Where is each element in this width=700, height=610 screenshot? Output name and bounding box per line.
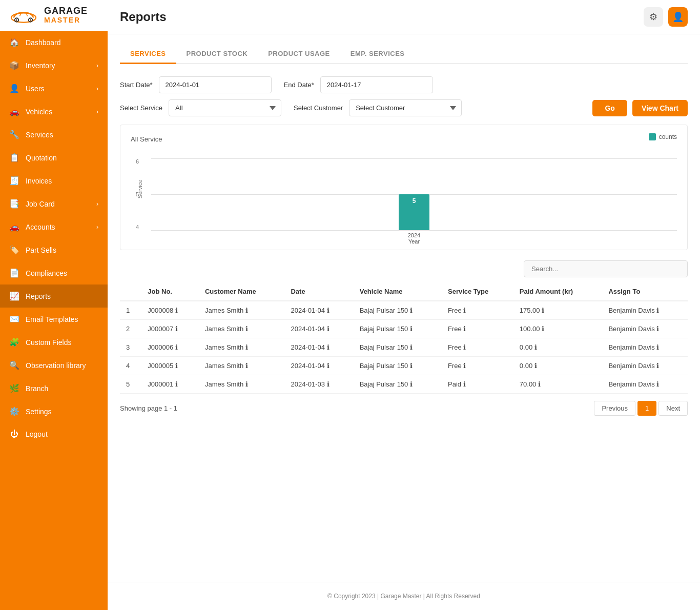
chart-container: Service 6 5 4 5 xyxy=(131,148,677,230)
filter-row-1: Start Date* End Date* xyxy=(120,76,688,93)
user-button[interactable]: 👤 xyxy=(668,7,688,27)
pagination-info: Showing page 1 - 1 xyxy=(120,404,177,412)
row-num: 4 xyxy=(120,357,141,375)
observationlibrary-label: Observation library xyxy=(26,361,98,370)
date: 2024-01-04 ℹ xyxy=(284,301,353,320)
col-header-vehicle-name: Vehicle Name xyxy=(354,282,442,301)
sidebar-item-branch[interactable]: 🌿 Branch xyxy=(0,377,108,400)
partsells-label: Part Sells xyxy=(26,246,98,254)
paid-amount: 70.00 ℹ xyxy=(513,375,603,394)
services-label: Services xyxy=(26,131,98,139)
y-labels: 6 5 4 xyxy=(136,158,139,230)
prev-button[interactable]: Previous xyxy=(594,401,635,416)
date: 2024-01-03 ℹ xyxy=(284,375,353,394)
branch-label: Branch xyxy=(26,384,98,393)
nav-items: 🏠 Dashboard 📦 Inventory › 👤 Users › 🚗 Ve… xyxy=(0,31,108,445)
settings-icon: ⚙️ xyxy=(9,406,19,416)
service-select[interactable]: All xyxy=(169,99,281,116)
go-button[interactable]: Go xyxy=(592,100,627,116)
accounts-label: Accounts xyxy=(26,223,90,231)
view-chart-button[interactable]: View Chart xyxy=(632,100,688,116)
sidebar-item-quotation[interactable]: 📋 Quotation xyxy=(0,146,108,169)
sidebar-item-observationlibrary[interactable]: 🔍 Observation library xyxy=(0,354,108,377)
quotation-label: Quotation xyxy=(26,154,98,162)
customer-select[interactable]: Select Customer xyxy=(349,99,462,116)
vehicle-name: Bajaj Pulsar 150 ℹ xyxy=(354,357,442,375)
chart-legend: counts xyxy=(649,133,677,140)
job-no: J000007 ℹ xyxy=(141,320,199,338)
jobcard-icon: 📑 xyxy=(9,199,19,209)
sidebar-item-compliances[interactable]: 📄 Compliances xyxy=(0,261,108,284)
sidebar-item-vehicles[interactable]: 🚗 Vehicles › xyxy=(0,100,108,123)
job-no: J000008 ℹ xyxy=(141,301,199,320)
table-row: 5J000001 ℹJames Smith ℹ2024-01-03 ℹBajaj… xyxy=(120,375,688,394)
tab-services[interactable]: SERVICES xyxy=(120,45,176,64)
accounts-icon: 🚗 xyxy=(9,222,19,232)
paid-amount: 0.00 ℹ xyxy=(513,338,603,357)
sidebar-item-services[interactable]: 🔧 Services xyxy=(0,123,108,146)
dashboard-icon: 🏠 xyxy=(9,37,19,47)
tabs-bar: SERVICESPRODUCT STOCKPRODUCT USAGEEMP. S… xyxy=(120,45,688,64)
sidebar-item-logout[interactable]: ⏻ Logout xyxy=(0,423,108,445)
y-label-5: 5 xyxy=(136,191,139,197)
invoices-icon: 🧾 xyxy=(9,176,19,186)
jobcard-label: Job Card xyxy=(26,200,90,208)
logo-icon xyxy=(8,6,39,25)
bar-2024: 5 xyxy=(399,194,429,230)
legend-color-box xyxy=(649,133,656,140)
users-label: Users xyxy=(26,85,90,93)
search-row xyxy=(120,260,688,277)
col-header-paid-amount-(kr): Paid Amount (kr) xyxy=(513,282,603,301)
sidebar-item-dashboard[interactable]: 🏠 Dashboard xyxy=(0,31,108,54)
customfields-label: Custom Fields xyxy=(26,338,98,347)
customer-name: James Smith ℹ xyxy=(199,338,284,357)
page-title: Reports xyxy=(120,10,167,24)
footer: © Copyright 2023 | Garage Master | All R… xyxy=(108,582,700,610)
customer-group: Select Customer Select Customer xyxy=(294,99,462,116)
col-header-date: Date xyxy=(284,282,353,301)
job-no: J000005 ℹ xyxy=(141,357,199,375)
sidebar-item-partsells[interactable]: 🏷️ Part Sells xyxy=(0,238,108,261)
page-1-button[interactable]: 1 xyxy=(637,401,656,416)
grid-line-bot xyxy=(151,230,677,231)
sidebar-item-invoices[interactable]: 🧾 Invoices xyxy=(0,169,108,192)
sidebar-item-inventory[interactable]: 📦 Inventory › xyxy=(0,54,108,77)
inventory-icon: 📦 xyxy=(9,60,19,70)
table-row: 1J000008 ℹJames Smith ℹ2024-01-04 ℹBajaj… xyxy=(120,301,688,320)
branch-icon: 🌿 xyxy=(9,383,19,393)
col-header-job-no.: Job No. xyxy=(141,282,199,301)
bar-value-2024: 5 xyxy=(413,197,416,205)
tab-productusage[interactable]: PRODUCT USAGE xyxy=(258,45,340,64)
search-input[interactable] xyxy=(524,260,688,277)
service-type: Free ℹ xyxy=(442,301,513,320)
partsells-icon: 🏷️ xyxy=(9,245,19,255)
date: 2024-01-04 ℹ xyxy=(284,320,353,338)
sidebar-item-jobcard[interactable]: 📑 Job Card › xyxy=(0,192,108,215)
sidebar-item-users[interactable]: 👤 Users › xyxy=(0,77,108,100)
sidebar-item-customfields[interactable]: 🧩 Custom Fields xyxy=(0,331,108,354)
chart-title: All Service xyxy=(131,135,677,143)
sidebar-item-settings[interactable]: ⚙️ Settings xyxy=(0,400,108,423)
settings-label: Settings xyxy=(26,408,98,416)
row-num: 1 xyxy=(120,301,141,320)
sidebar-item-emailtemplates[interactable]: ✉️ Email Templates xyxy=(0,308,108,331)
next-button[interactable]: Next xyxy=(658,401,688,416)
chart-area: All Service counts Service 6 5 4 xyxy=(120,125,688,250)
reports-label: Reports xyxy=(26,292,98,300)
tab-empservices[interactable]: EMP. SERVICES xyxy=(340,45,415,64)
gear-button[interactable]: ⚙ xyxy=(644,7,663,27)
compliances-icon: 📄 xyxy=(9,268,19,278)
main-content: Reports ⚙ 👤 SERVICESPRODUCT STOCKPRODUCT… xyxy=(108,0,700,610)
tab-productstock[interactable]: PRODUCT STOCK xyxy=(176,45,258,64)
start-date-input[interactable] xyxy=(159,76,272,93)
assign-to: Benjamin Davis ℹ xyxy=(602,320,688,338)
paid-amount: 0.00 ℹ xyxy=(513,357,603,375)
assign-to: Benjamin Davis ℹ xyxy=(602,338,688,357)
content-area: SERVICESPRODUCT STOCKPRODUCT USAGEEMP. S… xyxy=(108,34,700,582)
svg-point-4 xyxy=(30,19,31,21)
sidebar-item-reports[interactable]: 📈 Reports xyxy=(0,284,108,308)
table-header: Job No.Customer NameDateVehicle NameServ… xyxy=(120,282,688,301)
end-date-input[interactable] xyxy=(320,76,433,93)
end-date-label: End Date* xyxy=(284,81,314,89)
sidebar-item-accounts[interactable]: 🚗 Accounts › xyxy=(0,215,108,238)
